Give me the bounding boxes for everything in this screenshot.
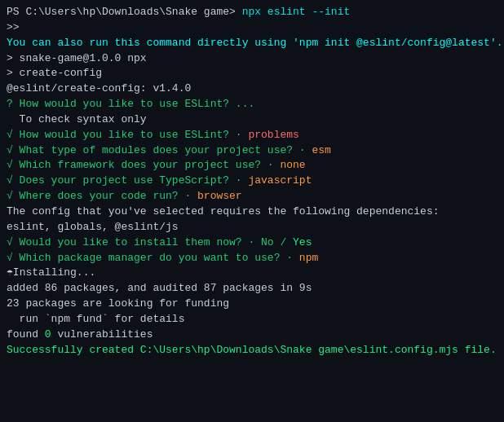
terminal-line: The config that you've selected requires… <box>7 204 497 220</box>
terminal-text: added 86 packages, and audited 87 packag… <box>7 282 312 294</box>
terminal-text: The config that you've selected requires… <box>7 205 440 218</box>
terminal-line: √ Would you like to install them now? · … <box>7 235 497 251</box>
terminal-text: √ How would you like to use ESLint? · <box>7 129 248 141</box>
terminal-text: ? How would you like to use ESLint? ... <box>7 98 254 110</box>
terminal-line: > create-config <box>7 66 497 81</box>
terminal-line: > snake-game@1.0.0 npx <box>7 51 497 67</box>
terminal-text: 23 packages are looking for funding <box>7 297 229 310</box>
terminal-line: ☂Installing... <box>7 266 497 281</box>
terminal-line: 23 packages are looking for funding <box>7 297 497 312</box>
terminal-text: 0 <box>45 328 51 341</box>
terminal-line: To check syntax only <box>7 112 497 128</box>
terminal-text: eslint, globals, @eslint/js <box>7 221 179 233</box>
terminal-text: PS C:\Users\hp\Downloads\Snake game> <box>7 6 242 18</box>
terminal-text: Successfully created C:\Users\hp\Downloa… <box>7 344 497 356</box>
terminal-text: To check syntax only <box>7 113 147 125</box>
terminal-line: ? How would you like to use ESLint? ... <box>7 97 497 112</box>
terminal-text: √ Would you like to install them now? · … <box>7 236 293 248</box>
terminal-text: browser <box>197 190 242 202</box>
terminal-line: added 86 packages, and audited 87 packag… <box>7 281 497 297</box>
terminal-text: npm <box>299 252 318 264</box>
terminal-window: PS C:\Users\hp\Downloads\Snake game> npx… <box>0 0 504 422</box>
terminal-line: @eslint/create-config: v1.4.0 <box>7 81 497 97</box>
terminal-line: √ How would you like to use ESLint? · pr… <box>7 128 497 143</box>
terminal-line: You can also run this command directly u… <box>7 36 497 51</box>
terminal-text: run `npm fund` for details <box>7 313 184 325</box>
terminal-line: eslint, globals, @eslint/js <box>7 220 497 235</box>
terminal-text: esm <box>312 144 330 156</box>
terminal-text: √ Where does your code run? · <box>7 190 197 202</box>
terminal-line: √ Which package manager do you want to u… <box>7 251 497 266</box>
terminal-line: Successfully created C:\Users\hp\Downloa… <box>7 343 497 358</box>
terminal-line: √ Where does your code run? · browser <box>7 189 497 204</box>
terminal-line: found 0 vulnerabilities <box>7 327 497 343</box>
terminal-text: problems <box>248 129 298 141</box>
terminal-text: found <box>7 328 45 341</box>
terminal-text: > create-config <box>7 67 102 79</box>
terminal-line: √ Which framework does your project use?… <box>7 158 497 174</box>
terminal-text: >> <box>7 21 20 33</box>
terminal-text: √ Does your project use TypeScript? · <box>7 174 248 187</box>
terminal-text: ☂Installing... <box>7 266 95 279</box>
terminal-line: √ Does your project use TypeScript? · ja… <box>7 174 497 189</box>
terminal-text: You can also run this command directly u… <box>7 37 503 49</box>
terminal-text: √ Which framework does your project use?… <box>7 159 280 171</box>
terminal-text: vulnerabilities <box>51 328 153 341</box>
terminal-text: npx eslint --init <box>242 6 351 18</box>
terminal-text: √ Which package manager do you want to u… <box>7 252 299 264</box>
terminal-text: Yes <box>293 236 312 248</box>
terminal-text: > snake-game@1.0.0 npx <box>7 52 147 64</box>
terminal-text: none <box>280 159 305 171</box>
terminal-text: √ What type of modules does your project… <box>7 144 312 156</box>
terminal-text: @eslint/create-config: v1.4.0 <box>7 82 191 95</box>
terminal-line: PS C:\Users\hp\Downloads\Snake game> npx… <box>7 5 497 20</box>
terminal-line: run `npm fund` for details <box>7 312 497 327</box>
terminal-line: √ What type of modules does your project… <box>7 143 497 159</box>
terminal-text: javascript <box>248 174 312 187</box>
terminal-line: >> <box>7 20 497 36</box>
